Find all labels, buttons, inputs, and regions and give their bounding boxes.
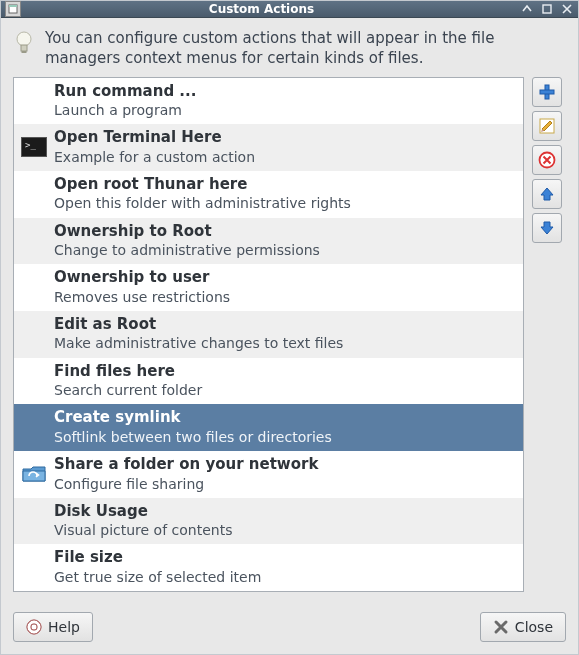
blank-icon [20,86,48,114]
action-texts: Find files hereSearch current folder [54,362,517,400]
action-row[interactable]: Ownership to RootChange to administrativ… [14,218,523,265]
action-title: Run command ... [54,82,517,102]
window-icon [5,1,21,17]
action-texts: Open Terminal HereExample for a custom a… [54,128,517,166]
svg-rect-1 [9,5,17,7]
blank-icon [20,226,48,254]
svg-point-3 [17,32,31,46]
action-desc: Change to administrative permissions [54,241,517,259]
action-desc: Get true size of selected item [54,568,517,586]
intro-text: You can configure custom actions that wi… [45,28,566,69]
action-desc: Example for a custom action [54,148,517,166]
edit-button[interactable] [532,111,562,141]
action-desc: Make administrative changes to text file… [54,334,517,352]
action-texts: Ownership to userRemoves use restriction… [54,268,517,306]
action-desc: Launch a program [54,101,517,119]
action-row[interactable]: Share a folder on your networkConfigure … [14,451,523,498]
action-title: Share a folder on your network [54,455,517,475]
close-label: Close [515,619,553,635]
window: Custom Actions You can configure custom … [0,0,579,655]
add-button[interactable] [532,77,562,107]
action-title: Open root Thunar here [54,175,517,195]
action-row[interactable]: Edit as RootMake administrative changes … [14,311,523,358]
action-texts: Open root Thunar hereOpen this folder wi… [54,175,517,213]
action-texts: Edit as RootMake administrative changes … [54,315,517,353]
terminal-icon [20,133,48,161]
help-label: Help [48,619,80,635]
action-desc: Visual picture of contents [54,521,517,539]
action-texts: Ownership to RootChange to administrativ… [54,222,517,260]
move-up-button[interactable] [532,179,562,209]
svg-rect-2 [543,5,551,13]
delete-button[interactable] [532,145,562,175]
titlebar: Custom Actions [1,1,578,18]
action-row[interactable]: File sizeGet true size of selected item [14,544,523,591]
folder-share-icon [20,460,48,488]
bottom-bar: Help Close [1,602,578,654]
close-x-icon [493,619,509,635]
intro: You can configure custom actions that wi… [13,28,566,69]
close-button[interactable]: Close [480,612,566,642]
action-row[interactable]: Find files hereSearch current folder [14,358,523,405]
shade-icon[interactable] [520,2,534,16]
window-title: Custom Actions [27,2,514,16]
side-buttons [532,77,566,593]
svg-rect-7 [540,90,554,94]
help-icon [26,619,42,635]
action-row[interactable]: Open root Thunar hereOpen this folder wi… [14,171,523,218]
main-row: Run command ...Launch a programOpen Term… [13,77,566,593]
blank-icon [20,507,48,535]
action-row[interactable]: Run command ...Launch a program [14,78,523,125]
action-title: Find files here [54,362,517,382]
blank-icon [20,320,48,348]
action-desc: Removes use restrictions [54,288,517,306]
action-title: Ownership to user [54,268,517,288]
move-down-button[interactable] [532,213,562,243]
action-texts: File sizeGet true size of selected item [54,548,517,586]
actions-list[interactable]: Run command ...Launch a programOpen Term… [13,77,524,593]
content: You can configure custom actions that wi… [1,18,578,602]
action-desc: Search current folder [54,381,517,399]
action-texts: Create symlinkSoftlink between two files… [54,408,517,446]
action-title: Edit as Root [54,315,517,335]
action-texts: Run command ...Launch a program [54,82,517,120]
blank-icon [20,413,48,441]
svg-rect-4 [21,45,27,51]
blank-icon [20,553,48,581]
blank-icon [20,180,48,208]
blank-icon [20,273,48,301]
svg-rect-5 [22,51,27,53]
action-desc: Softlink between two files or directorie… [54,428,517,446]
action-title: Open Terminal Here [54,128,517,148]
action-row[interactable]: Ownership to userRemoves use restriction… [14,264,523,311]
action-row[interactable]: Create symlinkSoftlink between two files… [14,404,523,451]
bulb-icon [13,28,39,63]
action-row[interactable]: Open Terminal HereExample for a custom a… [14,124,523,171]
action-texts: Share a folder on your networkConfigure … [54,455,517,493]
action-title: File size [54,548,517,568]
action-desc: Configure file sharing [54,475,517,493]
action-row[interactable]: Disk UsageVisual picture of contents [14,498,523,545]
action-title: Create symlink [54,408,517,428]
close-icon[interactable] [560,2,574,16]
action-title: Ownership to Root [54,222,517,242]
help-button[interactable]: Help [13,612,93,642]
maximize-icon[interactable] [540,2,554,16]
action-title: Disk Usage [54,502,517,522]
action-desc: Open this folder with administrative rig… [54,194,517,212]
blank-icon [20,366,48,394]
action-texts: Disk UsageVisual picture of contents [54,502,517,540]
